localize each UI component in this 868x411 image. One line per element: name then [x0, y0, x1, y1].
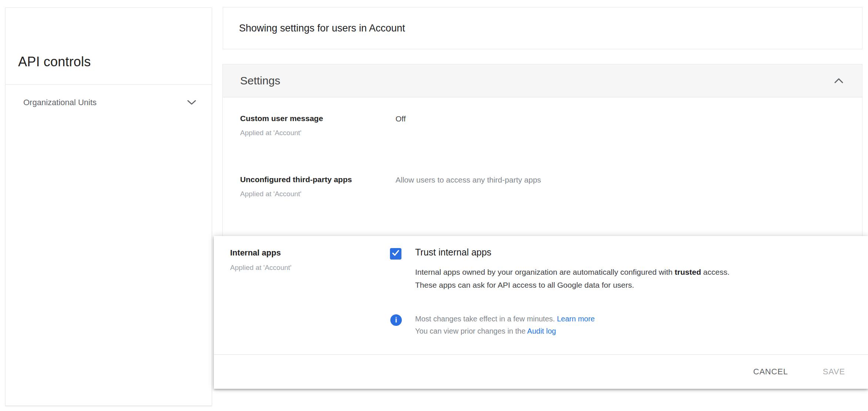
organizational-units-label: Organizational Units [23, 98, 97, 107]
setting-label-column: Custom user message Applied at 'Account' [240, 114, 396, 137]
internal-apps-label: Internal apps [230, 248, 292, 258]
chevron-up-icon[interactable] [833, 77, 844, 84]
audit-log-link[interactable]: Audit log [527, 327, 556, 335]
trust-description-line2: These apps can ask for API access to all… [415, 278, 730, 291]
internal-apps-content: Internal apps Applied at 'Account' Trust… [214, 236, 868, 355]
trust-description-line1: Internal apps owned by your organization… [415, 265, 730, 278]
setting-label-column: Unconfigured third-party apps Applied at… [240, 175, 396, 198]
learn-more-link[interactable]: Learn more [557, 315, 595, 323]
setting-row-unconfigured-third-party-apps[interactable]: Unconfigured third-party apps Applied at… [240, 175, 862, 198]
internal-apps-card: Internal apps Applied at 'Account' Trust… [214, 236, 868, 389]
trust-internal-apps-checkbox[interactable] [390, 248, 401, 260]
trust-description: Internal apps owned by your organization… [415, 265, 730, 291]
setting-value: Off [396, 114, 406, 123]
page-title: API controls [18, 54, 91, 70]
setting-row-custom-user-message[interactable]: Custom user message Applied at 'Account'… [240, 114, 862, 137]
chevron-down-icon [186, 99, 197, 106]
dialog-footer: CANCEL SAVE [214, 355, 868, 389]
setting-label: Unconfigured third-party apps [240, 175, 396, 184]
setting-value: Allow users to access any third-party ap… [396, 175, 541, 184]
notice-text: Most changes take effect in a few minute… [415, 313, 595, 337]
info-icon: i [390, 314, 402, 326]
settings-section-header[interactable]: Settings [223, 64, 862, 97]
scope-text: Showing settings for users in Account [239, 23, 405, 34]
notice-line2: You can view prior changes in the Audit … [415, 325, 595, 337]
checkmark-icon [391, 249, 400, 259]
notice-line1: Most changes take effect in a few minute… [415, 313, 595, 325]
internal-apps-applied-at: Applied at 'Account' [230, 264, 292, 272]
setting-label: Custom user message [240, 114, 396, 123]
settings-section-title: Settings [240, 74, 280, 87]
sidebar-item-organizational-units[interactable]: Organizational Units [6, 85, 212, 120]
save-button[interactable]: SAVE [821, 364, 847, 380]
internal-apps-label-column: Internal apps Applied at 'Account' [230, 248, 292, 272]
trust-internal-apps-label[interactable]: Trust internal apps [415, 247, 730, 258]
api-controls-page: API controls Organizational Units Showin… [0, 0, 868, 411]
changes-notice: i Most changes take effect in a few minu… [390, 313, 595, 337]
settings-body: Custom user message Applied at 'Account'… [223, 97, 862, 198]
cancel-button[interactable]: CANCEL [752, 364, 790, 380]
setting-applied-at: Applied at 'Account' [240, 129, 396, 137]
sidebar-title-block: API controls [6, 8, 212, 85]
scope-bar: Showing settings for users in Account [223, 7, 862, 49]
sidebar: API controls Organizational Units [5, 7, 212, 406]
setting-applied-at: Applied at 'Account' [240, 190, 396, 198]
trust-column: Trust internal apps Internal apps owned … [415, 247, 730, 291]
trusted-bold: trusted [675, 268, 701, 276]
